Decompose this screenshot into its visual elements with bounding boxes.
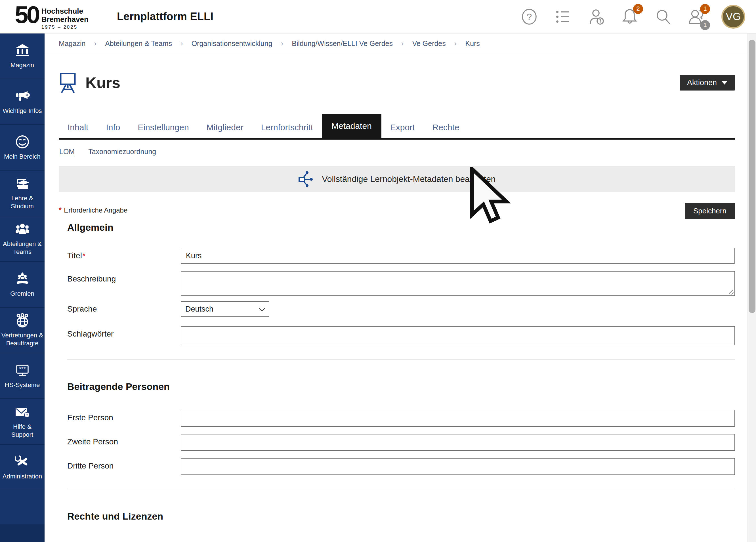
sidebar-item-hilfe-support[interactable]: ? Hilfe & Support [0, 399, 45, 445]
bank-icon [15, 43, 30, 58]
erste-person-input[interactable] [181, 410, 735, 427]
contacts-badge-new: 1 [700, 4, 710, 14]
committee-icon [15, 272, 30, 286]
logo-years: 1975 – 2025 [41, 24, 89, 30]
sprache-label: Sprache [67, 301, 181, 314]
titel-label: Titel* [67, 248, 181, 260]
people-icon [15, 222, 30, 237]
chevron-right-icon: › [454, 39, 457, 48]
tab-export[interactable]: Export [381, 117, 424, 138]
zweite-person-input[interactable] [181, 434, 735, 451]
breadcrumb: Magazin› Abteilungen & Teams› Organisati… [45, 33, 747, 54]
zweite-person-label: Zweite Person [67, 434, 181, 446]
breadcrumb-item[interactable]: Bildung/Wissen/ELLI Ve Gerdes [292, 39, 393, 48]
sidebar-item-mein-bereich[interactable]: Mein Bereich [0, 125, 45, 171]
megaphone-icon [15, 89, 30, 104]
caret-down-icon [721, 81, 728, 85]
notifications-badge: 2 [633, 4, 643, 14]
svg-text:?: ? [26, 413, 28, 417]
sidebar-item-abteilungen-teams[interactable]: Abteilungen & Teams [0, 216, 45, 262]
top-header: 50 Hochschule Bremerhaven 1975 – 2025 Le… [0, 0, 756, 33]
chevron-right-icon: › [401, 39, 404, 48]
breadcrumb-item[interactable]: Organisationsentwicklung [192, 39, 272, 48]
required-asterisk: * [83, 251, 85, 260]
scrollbar-thumb[interactable] [749, 40, 755, 313]
schlagwoerter-label: Schlagwörter [67, 326, 181, 339]
section-heading-allgemein: Allgemein [67, 222, 747, 233]
page-title: Kurs [85, 74, 120, 91]
sidebar-item-magazin[interactable]: Magazin [0, 33, 45, 79]
breadcrumb-item[interactable]: Ve Gerdes [412, 39, 446, 48]
logo-line2: Bremerhaven [41, 15, 89, 23]
svg-text:?: ? [527, 11, 532, 22]
hochschule-bremerhaven-logo: 50 Hochschule Bremerhaven 1975 – 2025 [15, 3, 89, 30]
breadcrumb-item[interactable]: Magazin [59, 39, 86, 48]
contacts-badge-total: 1 [700, 20, 710, 30]
app-title: Lernplattform ELLI [117, 10, 213, 23]
section-heading-beitragende: Beitragende Personen [67, 381, 747, 392]
beschreibung-textarea[interactable] [181, 271, 735, 296]
subtab-lom[interactable]: LOM [59, 148, 75, 156]
edit-full-metadata-banner[interactable]: Vollständige Lernobjekt-Metadaten bearbe… [59, 166, 735, 192]
svg-text:***: *** [19, 366, 26, 372]
sidebar-footer [0, 524, 45, 542]
section-heading-rechte: Rechte und Lizenzen [67, 511, 747, 522]
avatar[interactable]: VG [721, 5, 745, 29]
banner-label: Vollständige Lernobjekt-Metadaten bearbe… [322, 174, 495, 184]
awareness-icon[interactable] [587, 8, 605, 26]
required-note: *Erforderliche Angabe [59, 203, 127, 215]
sidebar-filler [0, 490, 45, 524]
tab-info[interactable]: Info [97, 117, 129, 138]
chevron-right-icon: › [180, 39, 183, 48]
bell-icon[interactable]: 2 [621, 8, 639, 26]
tab-metadaten[interactable]: Metadaten [322, 114, 381, 138]
sidebar-item-vertretungen[interactable]: Vertretungen & Beauftragte [0, 308, 45, 353]
breadcrumb-item-current[interactable]: Kurs [465, 39, 480, 48]
save-button[interactable]: Speichern [685, 203, 735, 219]
dritte-person-label: Dritte Person [67, 458, 181, 470]
sidebar-item-administration[interactable]: Administration [0, 445, 45, 490]
tools-icon [15, 454, 30, 469]
dritte-person-input[interactable] [181, 458, 735, 475]
sidebar-item-gremien[interactable]: Gremien [0, 262, 45, 308]
contacts-icon[interactable]: 1 1 [688, 8, 705, 26]
course-easel-icon [59, 72, 77, 93]
main-content: Magazin› Abteilungen & Teams› Organisati… [45, 33, 747, 542]
smiley-icon [15, 135, 30, 149]
globe-people-icon [15, 313, 30, 328]
chevron-right-icon: › [94, 39, 97, 48]
tab-lernfortschritt[interactable]: Lernfortschritt [252, 117, 322, 138]
subtab-taxonomiezuordnung[interactable]: Taxonomiezuordnung [88, 148, 156, 156]
mail-help-icon: ? [15, 405, 30, 419]
beschreibung-label: Beschreibung [67, 271, 181, 283]
sidebar-item-wichtige-infos[interactable]: Wichtige Infos [0, 79, 45, 125]
sidebar-item-lehre-studium[interactable]: Lehre & Studium [0, 171, 45, 216]
sprache-select[interactable]: Deutsch [181, 301, 269, 317]
tab-rechte[interactable]: Rechte [424, 117, 468, 138]
actions-button[interactable]: Aktionen [680, 75, 735, 91]
subtab-bar: LOM Taxonomiezuordnung [45, 140, 747, 156]
copyright-label: Copyright [67, 539, 181, 542]
section-divider [67, 359, 735, 360]
list-icon[interactable] [554, 8, 572, 26]
tab-einstellungen[interactable]: Einstellungen [129, 117, 198, 138]
monitor-icon: *** [15, 363, 30, 378]
main-sidebar: Magazin Wichtige Infos Mein Bereich Lehr… [0, 33, 45, 542]
schlagwoerter-input[interactable] [181, 326, 735, 345]
breadcrumb-item[interactable]: Abteilungen & Teams [105, 39, 172, 48]
tab-mitglieder[interactable]: Mitglieder [198, 117, 252, 138]
metadata-hub-icon [298, 171, 314, 187]
required-asterisk: * [59, 206, 62, 214]
logo-line1: Hochschule [41, 7, 89, 15]
logo-50: 50 [15, 3, 39, 26]
tab-inhalt[interactable]: Inhalt [59, 117, 97, 138]
chevron-right-icon: › [281, 39, 283, 48]
search-icon[interactable] [654, 8, 672, 26]
tab-bar: Inhalt Info Einstellungen Mitglieder Ler… [59, 114, 735, 140]
section-divider [67, 489, 735, 489]
books-icon [15, 176, 30, 191]
help-icon[interactable]: ? [520, 8, 538, 26]
titel-input[interactable] [181, 248, 735, 264]
sidebar-item-hs-systeme[interactable]: *** HS-Systeme [0, 353, 45, 399]
scrollbar-track[interactable] [747, 33, 756, 542]
